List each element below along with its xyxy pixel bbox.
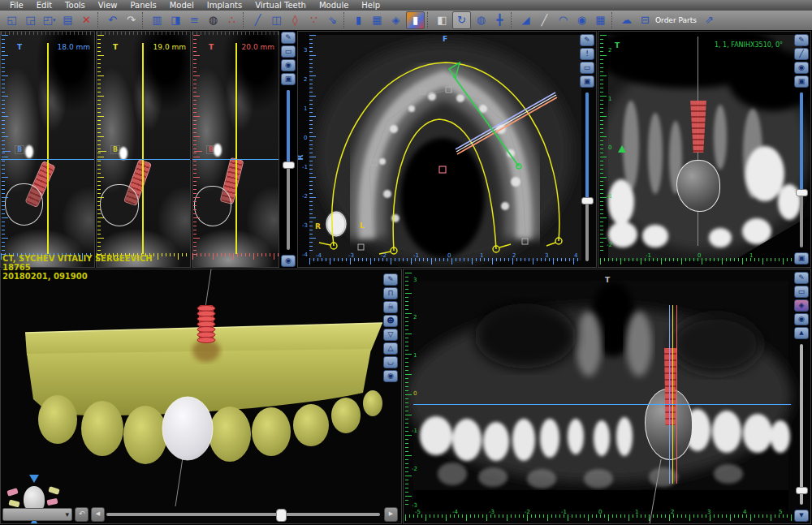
- zoom-region-button[interactable]: ◍: [205, 12, 222, 28]
- crown-outline[interactable]: [5, 183, 43, 226]
- slice-scroll-slider[interactable]: [280, 88, 296, 252]
- model-articulator-button[interactable]: ⊓: [383, 287, 398, 299]
- model-tooth-button[interactable]: △: [383, 342, 398, 355]
- slider-left-arrow-button[interactable]: ◀: [91, 507, 105, 522]
- open-project-button[interactable]: ◱: [3, 12, 20, 28]
- model-3d-view[interactable]: ✎ ⊓ ☠ ☻ ▽ △ ◡ ◉ ▾ ↶ ◀ ▶: [0, 269, 402, 524]
- implant-teeth-button[interactable]: ◫: [268, 12, 285, 28]
- align-tool-button[interactable]: ⇗: [701, 12, 718, 28]
- axial-scroll-slider[interactable]: [579, 91, 595, 263]
- implant-library-button[interactable]: ▮: [406, 11, 425, 29]
- menu-panels[interactable]: Panels: [123, 0, 162, 11]
- pano-display-button[interactable]: ▭: [794, 286, 809, 298]
- menu-virtual-teeth[interactable]: Virtual Teeth: [248, 0, 313, 11]
- redo-button[interactable]: ↷: [123, 12, 140, 28]
- panoramic-ct-image[interactable]: [404, 269, 811, 524]
- save-project-button[interactable]: ▤: [59, 12, 76, 28]
- model-visibility-button[interactable]: ◉: [383, 370, 398, 382]
- cross-section-view-3[interactable]: T 20.0 mm B: [192, 31, 279, 268]
- pano-palette-button[interactable]: ◈: [794, 299, 809, 312]
- sagittal-snapshot-button[interactable]: ▣: [794, 75, 809, 88]
- profile-tool-button[interactable]: ◢: [517, 12, 534, 28]
- slider-thumb[interactable]: [283, 161, 295, 169]
- menu-view[interactable]: View: [92, 0, 124, 11]
- axial-info-button[interactable]: !: [580, 48, 594, 60]
- sagittal-view[interactable]: 2 1 0 -1 -2 -1 0 1 T 1, 1, FANIHX3510, 0…: [598, 31, 811, 268]
- grid-tool-button[interactable]: ▦: [592, 12, 609, 28]
- ruler-tool-button[interactable]: ╱: [536, 12, 553, 28]
- order-cart-button[interactable]: ⊟: [637, 12, 654, 28]
- axial-display-button[interactable]: ▭: [580, 62, 594, 74]
- slice-snapshot-button[interactable]: ▣: [281, 73, 296, 85]
- slice-reset-button[interactable]: ◉: [281, 255, 296, 267]
- order-parts-label[interactable]: Order Parts: [655, 16, 697, 24]
- model-skull-button[interactable]: ☠: [383, 301, 398, 313]
- crown-outline[interactable]: [100, 184, 139, 226]
- slice-visibility-button[interactable]: ◉: [281, 59, 296, 71]
- pan-button[interactable]: ╋: [491, 12, 508, 28]
- menu-file[interactable]: File: [3, 0, 30, 11]
- remove-tooth-button[interactable]: ◊: [287, 12, 304, 28]
- implant-oblique-button[interactable]: ╱: [249, 12, 266, 28]
- slice-position-line[interactable]: [235, 43, 237, 254]
- sagittal-measure-button[interactable]: ╱: [794, 48, 809, 60]
- slider-thumb[interactable]: [581, 197, 594, 204]
- cross-section-view-2[interactable]: T 19.0 mm B: [96, 31, 191, 268]
- axial-annotate-button[interactable]: ✎: [580, 34, 594, 46]
- teeth-row-button[interactable]: ▦: [369, 12, 386, 28]
- adjust-settings-button[interactable]: ≡: [186, 12, 203, 28]
- rotate-right-pink-arrow-icon[interactable]: [46, 498, 58, 506]
- protractor-button[interactable]: ◠: [555, 12, 572, 28]
- model-annotate-button[interactable]: ✎: [383, 273, 398, 286]
- sagittal-ct-image[interactable]: [598, 32, 811, 268]
- menu-implants[interactable]: Implants: [201, 0, 248, 11]
- slider-thumb[interactable]: [276, 509, 287, 522]
- axial-view[interactable]: 3 2 1 0 -1 -2 -3 -4 -4 -3 -2 -1 0 1 2 3 …: [297, 31, 597, 268]
- axial-level-line[interactable]: [413, 404, 791, 405]
- implant-vertical-button[interactable]: ▮: [350, 12, 367, 28]
- slice-position-line[interactable]: [142, 43, 144, 254]
- menu-model[interactable]: Model: [163, 0, 201, 11]
- cut-line-red[interactable]: [676, 305, 677, 484]
- cut-line-yellow[interactable]: [672, 305, 673, 484]
- spiral-tool-button[interactable]: ◉: [573, 12, 590, 28]
- pano-annotate-button[interactable]: ✎: [794, 272, 809, 284]
- slider-right-arrow-button[interactable]: ▶: [384, 507, 398, 522]
- menu-edit[interactable]: Edit: [30, 0, 58, 11]
- pano-visibility-button[interactable]: ◉: [794, 313, 809, 325]
- axial-level-line[interactable]: [192, 159, 279, 160]
- cloud-upload-button[interactable]: ☁: [618, 12, 635, 28]
- model-rotation-slider[interactable]: [106, 513, 380, 516]
- rotate-view-button[interactable]: ↻: [452, 11, 471, 29]
- sagittal-reset-button[interactable]: ▣: [794, 252, 809, 265]
- pano-scroll-up-button[interactable]: ▲: [794, 327, 809, 339]
- pano-scroll-slider[interactable]: [793, 342, 810, 506]
- magnify-button[interactable]: ◍: [473, 12, 490, 28]
- pano-scroll-down-button[interactable]: ▼: [794, 510, 809, 522]
- flip-view-button[interactable]: ◨: [167, 12, 184, 28]
- import-data-button[interactable]: ◲: [22, 12, 39, 28]
- point-measure-button[interactable]: ∵: [305, 12, 322, 28]
- axial-ct-image[interactable]: [298, 32, 597, 268]
- model-arch-button[interactable]: ◡: [383, 356, 398, 368]
- axial-snapshot-button[interactable]: ▣: [580, 75, 594, 88]
- model-lower-jaw-button[interactable]: ▽: [383, 329, 398, 341]
- sagittal-scroll-slider[interactable]: [793, 91, 810, 249]
- undo-button[interactable]: ↶: [104, 12, 121, 28]
- model-undo-button[interactable]: ↶: [75, 507, 89, 522]
- menu-tools[interactable]: Tools: [58, 0, 92, 11]
- implant-driver-button[interactable]: ⇘: [324, 12, 341, 28]
- model-preset-dropdown[interactable]: ▾: [2, 508, 72, 521]
- slice-panels-button[interactable]: ▥: [149, 12, 166, 28]
- contrast-button[interactable]: ◧: [434, 12, 451, 28]
- axial-level-line[interactable]: [1, 159, 94, 160]
- open-recent-button[interactable]: ◰▾: [41, 12, 58, 28]
- model-soft-tissue-button[interactable]: ☻: [383, 315, 398, 327]
- slider-thumb[interactable]: [796, 487, 808, 494]
- sagittal-annotate-button[interactable]: ✎: [794, 34, 809, 46]
- slider-thumb[interactable]: [796, 189, 808, 196]
- cross-section-view-1[interactable]: T 18.0 mm B: [0, 31, 95, 268]
- implant-overlay[interactable]: [663, 348, 677, 425]
- panoramic-view[interactable]: 3 2 1 0 -1 -2 -3 -5 -4 -3 -2 -1 0 1 2 3 …: [403, 269, 811, 524]
- sagittal-visibility-button[interactable]: ◉: [794, 62, 809, 74]
